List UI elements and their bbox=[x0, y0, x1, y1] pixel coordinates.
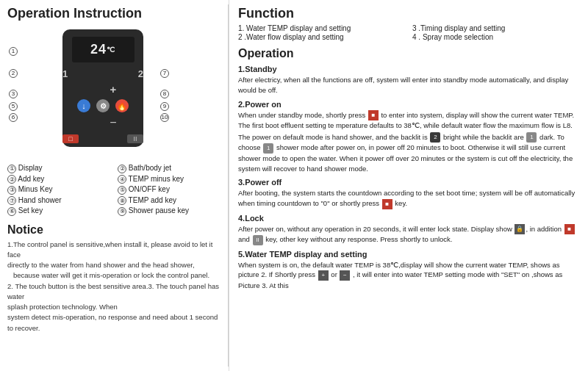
section-poweron-title: 2.Power on bbox=[238, 100, 579, 109]
section-standby-title: 1.Standby bbox=[238, 65, 579, 73]
legend-item-2: ② Add key bbox=[7, 175, 110, 184]
btn-plus: + bbox=[110, 83, 117, 96]
func-title: Function bbox=[238, 6, 579, 21]
annot-6-set: 5 bbox=[9, 101, 18, 111]
legend-item-6: ⑥ Set key bbox=[7, 206, 110, 216]
lock-btn1-icon: ■ bbox=[564, 224, 575, 234]
device-body-wrapper: 24℃ 1 2 + ↓ ⚙ 🔥 bbox=[62, 29, 143, 147]
btn-power: □ bbox=[62, 134, 79, 143]
func-item-2: 2 .Water flow display and setting bbox=[238, 33, 405, 41]
legend-item-4: ④ TEMP minus key bbox=[118, 175, 220, 184]
annot-r2: 7 bbox=[160, 68, 169, 78]
lock-btn2-icon: II bbox=[253, 235, 263, 245]
legend-item-5: ⑤ ON/OFF key bbox=[118, 185, 220, 195]
notice-text: 1.The control panel is sensitive,when in… bbox=[7, 239, 220, 334]
power-btn-icon: ■ bbox=[368, 110, 379, 120]
annot-r3: 8 bbox=[160, 89, 169, 98]
section-lock-title: 4.Lock bbox=[238, 214, 579, 223]
page-title: Operation Instruction bbox=[7, 6, 220, 21]
section-poweron-text2: The power on default mode is hand shower… bbox=[238, 132, 579, 174]
section-watertemp-text: When system is on, the default water TEM… bbox=[238, 260, 579, 291]
section-poweroff-title: 3.Power off bbox=[238, 178, 579, 187]
section-poweron-text1: When under standby mode, shortly press ■… bbox=[238, 110, 579, 131]
device-body: 24℃ 1 2 + ↓ ⚙ 🔥 bbox=[62, 29, 143, 147]
annot-r4: 9 bbox=[160, 101, 169, 111]
lock-icon: 🔒 bbox=[514, 224, 525, 234]
section-lock-text: After power on, without any operation in… bbox=[238, 224, 579, 245]
legend-item-3: ③ Minus Key bbox=[7, 185, 110, 195]
legend-item-7: ⑦ Hand shower bbox=[7, 196, 110, 206]
device-diagram: 1 2 3 5 6 7 8 9 10 24℃ 1 2 + bbox=[7, 26, 198, 158]
button-row-mid: ↓ ⚙ 🔥 bbox=[62, 99, 143, 112]
left-panel: Operation Instruction 1 2 3 5 6 7 8 9 10… bbox=[0, 0, 228, 371]
func-item-1: 1. Water TEMP display and setting bbox=[238, 24, 405, 32]
annot-1: 1 bbox=[9, 46, 18, 56]
annot-5: 6 bbox=[9, 112, 18, 122]
device-display: 24℃ bbox=[72, 37, 135, 62]
btn-1-label: 1 bbox=[62, 68, 68, 79]
section-standby-text: After electricy, when all the functions … bbox=[238, 75, 579, 96]
button-row-minus: − bbox=[62, 116, 143, 129]
section-poweroff-text: After booting, the system starts the cou… bbox=[238, 188, 579, 209]
legend-item-9: ⑨ Shower pause key bbox=[118, 206, 220, 216]
notice-title: Notice bbox=[7, 223, 220, 237]
func-item-3: 3 .Timing display and setting bbox=[412, 24, 579, 32]
func-list: 1. Water TEMP display and setting 3 .Tim… bbox=[238, 24, 579, 41]
btn-blue: ↓ bbox=[77, 99, 90, 112]
legend-item-8: ⑧ TEMP add key bbox=[118, 196, 220, 206]
temp-btn1-icon: + bbox=[318, 270, 329, 281]
annot-2: 2 bbox=[9, 68, 18, 78]
btn-pause: II bbox=[127, 134, 143, 143]
btn-minus: − bbox=[110, 116, 116, 129]
num-1-icon: 1 bbox=[526, 132, 537, 143]
annot-r5: 10 bbox=[160, 112, 169, 122]
section-watertemp-title: 5.Water TEMP display and setting bbox=[238, 250, 579, 259]
temp-btn2-icon: − bbox=[340, 270, 350, 281]
btn-2-label: 2 bbox=[138, 68, 143, 79]
num-1b-icon: 1 bbox=[263, 143, 273, 154]
right-panel: Function 1. Water TEMP display and setti… bbox=[229, 0, 588, 371]
legend-item-1: ① Display bbox=[7, 164, 110, 173]
legend-area: ① Display ② Bath/body jet ② Add key ④ TE… bbox=[7, 164, 220, 216]
legend-item-2r: ② Bath/body jet bbox=[118, 164, 220, 173]
num-2-icon: 2 bbox=[430, 132, 440, 143]
annot-3: 3 bbox=[9, 89, 18, 98]
btn-red: 🔥 bbox=[115, 99, 129, 112]
op-title: Operation bbox=[238, 47, 579, 60]
func-item-4: 4 . Spray mode selection bbox=[412, 33, 579, 41]
button-row-1: 1 2 bbox=[62, 68, 143, 79]
poweroff-btn-icon: ■ bbox=[382, 199, 392, 209]
button-row-bottom: □ II bbox=[62, 134, 143, 143]
button-row-plus: + bbox=[62, 83, 143, 96]
btn-gear: ⚙ bbox=[96, 99, 110, 112]
